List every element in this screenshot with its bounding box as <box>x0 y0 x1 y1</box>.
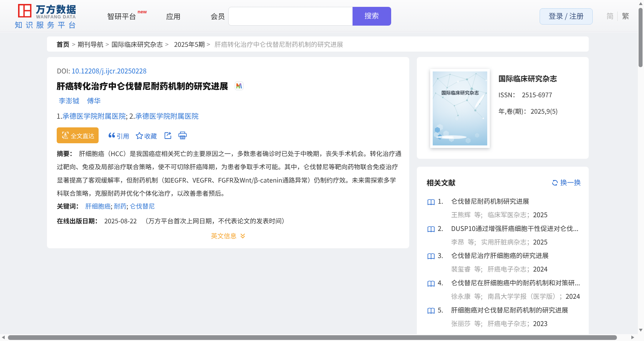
svg-text:free: free <box>63 136 68 139</box>
